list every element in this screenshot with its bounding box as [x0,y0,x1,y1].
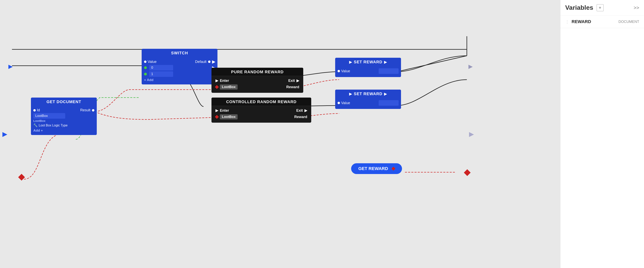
nav-arrow-left[interactable]: ▶ [2,130,8,138]
pure-random-body: ▶ Enter Exit ▶ LootBox Reward [212,76,303,93]
switch-add-button[interactable]: + Add [144,78,215,82]
set-reward-1-title: SET REWARD [354,60,382,64]
set-reward-2-body: Value [335,98,401,109]
switch-node: SWITCH Value Default ▶ [142,49,218,84]
set-reward-node-2: ▶ SET REWARD ▶ Value [335,90,401,109]
enter-exit-row: ▶ Enter Exit ▶ [214,78,301,84]
variable-item-reward: ⋮ REWARD DOCUMENT [560,15,644,28]
enter-label: Enter [220,79,229,83]
set-reward-2-title: SET REWARD [354,92,382,96]
case0-dot [144,66,147,69]
switch-value-default-row: Value Default ▶ [144,59,215,64]
get-document-body: Id Result LootBox 🔧 Loot Box Logic Type [31,106,97,135]
switch-case1-input[interactable] [149,71,173,77]
variables-header: Variables + >> [560,0,644,15]
lootbox-id-row: LootBox [33,113,94,123]
set-reward-2-value-row: Value [338,100,398,106]
reward-label: Reward [286,85,299,89]
switch-value-label: Value [148,60,156,64]
pure-random-title: PURE RANDOM REWARD [231,70,284,74]
switch-case-0-row: ▶ [144,65,215,70]
get-document-node: GET DOCUMENT Id Result LootBox [31,98,97,135]
controlled-exit-label: Exit [296,109,303,113]
switch-node-header: SWITCH [142,49,218,57]
controlled-enter-label: Enter [220,109,229,113]
exit-right: Exit ▶ [288,78,299,83]
set-reward-2-value-input[interactable] [379,100,398,106]
controlled-lootbox-reward-row: LootBox Reward [214,114,309,120]
logic-type-row: 🔧 Loot Box Logic Type [33,123,94,128]
enter-left: ▶ Enter [216,78,229,83]
result-label: Result [80,108,90,112]
variables-expand-button[interactable]: >> [634,5,639,10]
variable-drag-handle[interactable]: ⋮ [565,19,569,24]
set-reward-1-value-label: Value [341,69,350,73]
controlled-lootbox-badge: LootBox [220,114,238,120]
entry-arrow: ▶ [8,63,13,70]
get-reward-title: GET REWARD [358,166,388,171]
controlled-exit: Exit ▶ [296,108,307,113]
controlled-random-reward-node: CONTROLLED RANDOM REWARD ▶ Enter Exit ▶ … [212,98,311,123]
get-reward-node: GET REWARD [351,163,402,174]
case1-dot [144,73,147,75]
controlled-reward-label: Reward [294,115,307,119]
controlled-enter-exit-row: ▶ Enter Exit ▶ [214,108,309,114]
entry-diamond-right [464,169,471,176]
switch-title: SWITCH [171,51,188,55]
set-reward-2-header: ▶ SET REWARD ▶ [335,90,401,98]
variables-title: Variables [565,4,593,11]
lootbox-reward-row: LootBox Reward [214,84,301,90]
exit-arrow: ▶ [468,63,473,70]
variables-add-button[interactable]: + [596,4,604,11]
id-result-row: Id Result [33,108,94,112]
switch-case0-input[interactable] [149,65,173,70]
get-document-title: GET DOCUMENT [46,100,81,104]
controlled-lootbox: LootBox [216,114,238,120]
pure-random-header: PURE RANDOM REWARD [212,68,303,76]
lootbox-left: LootBox [216,84,238,90]
exit-label: Exit [288,79,295,83]
set-reward-1-body: Value [335,66,401,77]
lootbox-id-input[interactable] [33,113,65,119]
controlled-random-header: CONTROLLED RANDOM REWARD [212,98,311,106]
nav-arrow-right[interactable]: ▶ [469,130,474,138]
switch-case-1-row: ▶ [144,71,215,77]
switch-node-body: Value Default ▶ ▶ [142,57,218,84]
controlled-random-title: CONTROLLED RANDOM REWARD [226,100,297,104]
id-label: Id [37,108,40,112]
variable-name-reward: REWARD [572,19,616,24]
entry-diamond-left [18,174,25,181]
variables-panel: Variables + >> ⋮ REWARD DOCUMENT [560,0,644,268]
set-reward-1-header: ▶ SET REWARD ▶ [335,58,401,66]
reward-right: Reward [286,85,299,89]
controlled-reward: Reward [294,115,307,119]
set-reward-1-value-row: Value [338,68,398,74]
get-doc-add-button[interactable]: Add + [33,129,94,133]
canvas-area: ▶ ▶ ▶ ▶ SWITCH Value Default ▶ [0,0,560,268]
lootbox-badge: LootBox [220,84,238,90]
set-reward-1-value-input[interactable] [379,68,398,74]
get-document-header: GET DOCUMENT [31,98,97,106]
controlled-enter: ▶ Enter [216,108,229,113]
pure-random-reward-node: PURE RANDOM REWARD ▶ Enter Exit ▶ LootBo… [212,68,303,93]
logic-type-label: Loot Box Logic Type [39,124,68,127]
set-reward-2-value-label: Value [341,101,350,105]
set-reward-node-1: ▶ SET REWARD ▶ Value [335,58,401,77]
lootbox-sub-label: LootBox [33,119,65,123]
controlled-random-body: ▶ Enter Exit ▶ LootBox Reward [212,106,311,123]
switch-default-label: Default [195,60,206,64]
variable-type-reward: DOCUMENT [618,20,639,24]
